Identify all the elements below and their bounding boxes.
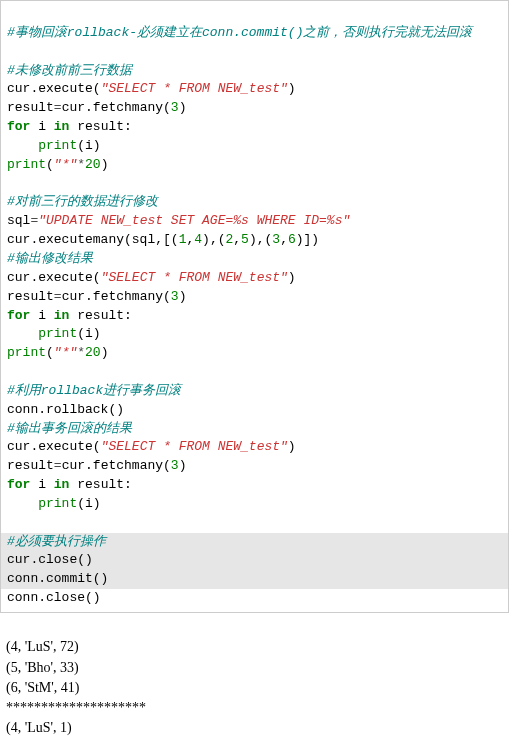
number: 5 <box>241 232 249 247</box>
op: = <box>54 289 62 304</box>
code: sql <box>7 213 30 228</box>
output-row: (4, 'LuS', 72) <box>6 639 79 654</box>
code: i <box>30 477 53 492</box>
code: ) <box>101 345 109 360</box>
string: "UPDATE NEW_test SET AGE=%s WHERE ID=%s" <box>38 213 350 228</box>
code: cur.execute( <box>7 439 101 454</box>
comment: #对前三行的数据进行修改 <box>7 194 158 209</box>
code: , <box>280 232 288 247</box>
code: (i) <box>77 138 100 153</box>
number: 4 <box>194 232 202 247</box>
builtin: print <box>38 326 77 341</box>
code: i <box>30 308 53 323</box>
keyword: for <box>7 119 30 134</box>
comment: #输出事务回滚的结果 <box>7 421 132 436</box>
code: cur.close() <box>7 552 93 567</box>
code <box>7 326 38 341</box>
number: 3 <box>171 289 179 304</box>
code: ) <box>179 100 187 115</box>
string: "SELECT * FROM NEW_test" <box>101 81 288 96</box>
code <box>7 138 38 153</box>
highlighted-line: cur.close() <box>1 551 508 570</box>
output-separator: ******************** <box>6 700 146 715</box>
output-block: (4, 'LuS', 72) (5, 'Bho', 33) (6, 'StM',… <box>0 613 509 739</box>
code: ) <box>179 289 187 304</box>
code-block: #事物回滚rollback-必须建立在conn.commit()之前，否则执行完… <box>0 0 509 613</box>
builtin: print <box>38 496 77 511</box>
number: 20 <box>85 345 101 360</box>
code: result <box>7 289 54 304</box>
number: 3 <box>272 232 280 247</box>
comment: #输出修改结果 <box>7 251 93 266</box>
code <box>7 496 38 511</box>
code: ) <box>288 439 296 454</box>
builtin: print <box>7 345 46 360</box>
comment: #事物回滚rollback-必须建立在conn.commit()之前，否则执行完… <box>7 25 472 40</box>
code: result <box>7 100 54 115</box>
number: 3 <box>171 100 179 115</box>
code: result <box>7 458 54 473</box>
code: cur.execute( <box>7 81 101 96</box>
code: conn.commit() <box>7 571 108 586</box>
code: ) <box>179 458 187 473</box>
code: (i) <box>77 326 100 341</box>
op: = <box>54 458 62 473</box>
builtin: print <box>38 138 77 153</box>
code: result: <box>69 477 131 492</box>
code: result: <box>69 308 131 323</box>
number: 3 <box>171 458 179 473</box>
builtin: print <box>7 157 46 172</box>
string: "SELECT * FROM NEW_test" <box>101 439 288 454</box>
string: "*" <box>54 345 77 360</box>
code: ),( <box>249 232 272 247</box>
op: = <box>54 100 62 115</box>
keyword: in <box>54 308 70 323</box>
code: ) <box>288 81 296 96</box>
code: cur.execute( <box>7 270 101 285</box>
keyword: for <box>7 308 30 323</box>
comment: #未修改前前三行数据 <box>7 63 132 78</box>
comment: #必须要执行操作 <box>7 534 106 549</box>
code: cur.fetchmany( <box>62 289 171 304</box>
code: cur.executemany(sql,[( <box>7 232 179 247</box>
code: (i) <box>77 496 100 511</box>
highlighted-line: #必须要执行操作 <box>1 533 508 552</box>
highlighted-line: conn.commit() <box>1 570 508 589</box>
number: 20 <box>85 157 101 172</box>
keyword: in <box>54 119 70 134</box>
output-row: (4, 'LuS', 1) <box>6 720 72 735</box>
keyword: for <box>7 477 30 492</box>
number: 6 <box>288 232 296 247</box>
code: ( <box>46 157 54 172</box>
code: cur.fetchmany( <box>62 100 171 115</box>
op: * <box>77 157 85 172</box>
comment: #利用rollback进行事务回滚 <box>7 383 181 398</box>
code: ) <box>288 270 296 285</box>
code: ( <box>46 345 54 360</box>
code: conn.rollback() <box>7 402 124 417</box>
code: result: <box>69 119 131 134</box>
code: )]) <box>296 232 319 247</box>
op: * <box>77 345 85 360</box>
output-row: (5, 'Bho', 33) <box>6 660 79 675</box>
string: "SELECT * FROM NEW_test" <box>101 270 288 285</box>
string: "*" <box>54 157 77 172</box>
keyword: in <box>54 477 70 492</box>
code: ),( <box>202 232 225 247</box>
code: i <box>30 119 53 134</box>
output-row: (6, 'StM', 41) <box>6 680 80 695</box>
code: , <box>233 232 241 247</box>
code: cur.fetchmany( <box>62 458 171 473</box>
code: conn.close() <box>7 590 101 605</box>
code: ) <box>101 157 109 172</box>
